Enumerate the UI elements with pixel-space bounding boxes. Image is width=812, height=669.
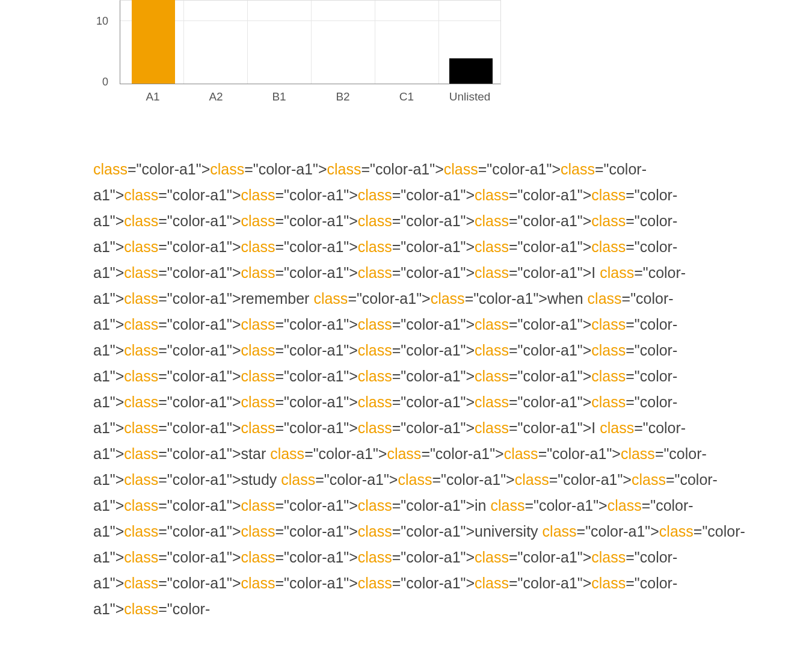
plain-token: ="color-a1"> [275,212,358,229]
plain-token: ="color-a1"> [392,187,475,203]
keyword-token: class [358,497,392,514]
plain-token: ="color-a1"> [509,549,591,566]
keyword-token: class [543,523,577,540]
gridline-v [311,1,312,84]
gridline-v [247,1,248,84]
keyword-token: class [124,497,158,514]
plain-token: ="color-a1"> [392,238,475,255]
plain-token: ="color-a1">study [158,471,281,488]
keyword-token: class [475,393,509,410]
keyword-token: class [270,445,304,462]
plain-token: ="color-a1"> [524,497,607,514]
xlabel-a2: A2 [209,90,223,103]
plain-token: ="color-a1"> [432,471,514,488]
keyword-token: class [124,419,158,436]
y-tick-0: 0 [90,76,108,88]
keyword-token: class [475,368,509,384]
keyword-token: class [358,393,392,410]
keyword-token: class [124,549,158,566]
keyword-token: class [124,290,158,307]
plain-token: ="color-a1"> [509,238,591,255]
keyword-token: class [591,187,626,203]
keyword-token: class [241,264,275,281]
keyword-token: class [241,187,275,203]
gridline-v [375,1,375,84]
keyword-token: class [475,187,509,203]
plain-token: ="color-a1"> [392,264,475,281]
plain-token: ="color-a1"> [478,161,561,177]
xlabel-c1: C1 [399,90,414,103]
keyword-token: class [358,316,392,333]
plain-token: ="color-a1"> [392,368,475,384]
keyword-token: class [475,549,509,566]
plain-token: ="color-a1"> [158,212,241,229]
keyword-token: class [490,497,524,514]
keyword-token: class [591,238,626,255]
keyword-token: class [358,575,392,591]
x-axis-labels: A1 A2 B1 B2 C1 Unlisted [120,90,501,108]
keyword-token: class [504,445,538,462]
keyword-token: class [591,575,626,591]
keyword-token: class [621,445,655,462]
plain-token: ="color-a1">I [509,419,600,436]
keyword-token: class [475,419,509,436]
xlabel-a1: A1 [146,90,159,103]
plain-token: ="color-a1"> [275,393,358,410]
plain-token: ="color-a1"> [509,342,591,359]
plain-token: ="color-a1"> [421,445,503,462]
keyword-token: class [591,316,626,333]
keyword-token: class [241,212,275,229]
keyword-token: class [124,368,158,384]
plain-token: ="color-a1"> [361,161,443,177]
keyword-token: class [358,264,392,281]
plain-token: ="color-a1"> [392,316,475,333]
keyword-token: class [515,471,549,488]
plain-token: ="color-a1"> [158,187,241,203]
plain-token: ="color-a1"> [158,264,241,281]
keyword-token: class [93,161,128,177]
xlabel-unlisted: Unlisted [449,90,491,103]
xlabel-b2: B2 [336,90,349,103]
keyword-token: class [313,290,348,307]
plain-token: ="color-a1"> [158,368,241,384]
keyword-token: class [358,419,392,436]
plain-token: ="color-a1"> [275,368,358,384]
keyword-token: class [588,290,622,307]
keyword-token: class [241,342,275,359]
plain-token: ="color-a1"> [392,419,475,436]
plain-token: ="color-a1"> [275,264,358,281]
bar-chart: 10 0 A1 A2 B1 B2 C1 Unlisted [99,0,520,108]
keyword-token: class [431,290,465,307]
keyword-token: class [124,264,158,281]
plain-token: ="color-a1"> [158,342,241,359]
plain-token: ="color-a1"> [315,471,398,488]
plain-token: ="color-a1">in [392,497,491,514]
plain-token: ="color-a1"> [275,238,358,255]
keyword-token: class [124,316,158,333]
keyword-token: class [591,368,626,384]
plain-token: ="color-a1">university [392,523,543,540]
plain-token: ="color-a1"> [392,342,475,359]
plain-token: ="color-a1"> [509,575,591,591]
keyword-token: class [124,187,158,203]
keyword-token: class [591,549,626,566]
plain-token: ="color-a1"> [275,187,358,203]
keyword-token: class [327,161,361,177]
keyword-token: class [124,342,158,359]
keyword-token: class [124,238,158,255]
plain-token: ="color-a1">star [158,445,270,462]
keyword-token: class [124,600,158,617]
keyword-token: class [387,445,421,462]
keyword-token: class [124,575,158,591]
keyword-token: class [241,368,275,384]
keyword-token: class [607,497,642,514]
keyword-token: class [210,161,244,177]
plain-token: ="color-a1">I [509,264,600,281]
y-tick-10: 10 [90,15,108,28]
keyword-token: class [358,342,392,359]
plain-token: ="color-a1"> [158,393,241,410]
keyword-token: class [241,523,275,540]
keyword-token: class [600,264,634,281]
plain-token: ="color-a1"> [348,290,430,307]
keyword-token: class [591,393,626,410]
